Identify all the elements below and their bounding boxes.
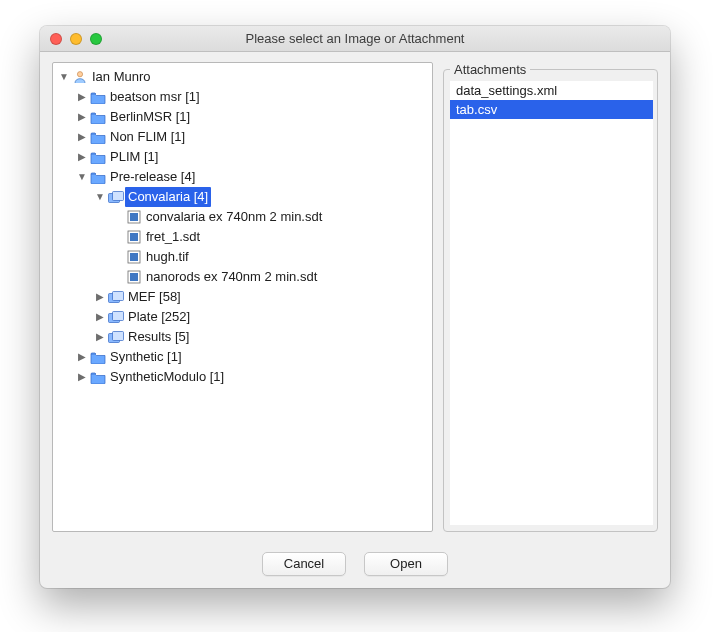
tree-label: MEF [58] — [125, 287, 184, 307]
dialog-buttons: Cancel Open — [40, 538, 670, 588]
svg-rect-8 — [130, 253, 138, 261]
tree-label: BerlinMSR [1] — [107, 107, 193, 127]
disclosure-triangle-icon[interactable]: ▶ — [75, 107, 89, 127]
tree-row-image[interactable]: ▶ hugh.tif — [53, 247, 432, 267]
tree-row-dataset[interactable]: ▶ MEF [58] — [53, 287, 432, 307]
svg-point-0 — [77, 72, 82, 77]
dataset-icon — [107, 331, 125, 344]
open-button[interactable]: Open — [364, 552, 448, 576]
svg-rect-12 — [113, 291, 124, 300]
disclosure-triangle-icon[interactable]: ▶ — [93, 307, 107, 327]
tree-label: Plate [252] — [125, 307, 193, 327]
svg-rect-10 — [130, 273, 138, 281]
tree-row-project[interactable]: ▶ SyntheticModulo [1] — [53, 367, 432, 387]
dataset-icon — [107, 191, 125, 204]
titlebar: Please select an Image or Attachment — [40, 26, 670, 52]
svg-rect-4 — [130, 213, 138, 221]
disclosure-triangle-icon[interactable]: ▶ — [75, 347, 89, 367]
image-file-icon — [125, 230, 143, 244]
window-controls — [50, 33, 102, 45]
tree-row-image[interactable]: ▶ fret_1.sdt — [53, 227, 432, 247]
tree-label: Pre-release [4] — [107, 167, 198, 187]
folder-icon — [89, 351, 107, 364]
tree-row-project[interactable]: ▶ Synthetic [1] — [53, 347, 432, 367]
zoom-icon[interactable] — [90, 33, 102, 45]
tree-label: PLIM [1] — [107, 147, 161, 167]
disclosure-triangle-icon[interactable]: ▼ — [75, 167, 89, 187]
disclosure-triangle-icon[interactable]: ▼ — [57, 67, 71, 87]
tree-row-image[interactable]: ▶ convalaria ex 740nm 2 min.sdt — [53, 207, 432, 227]
tree-row-user[interactable]: ▼ Ian Munro — [53, 67, 432, 87]
attachments-pane: Attachments data_settings.xml tab.csv — [443, 62, 658, 532]
tree-row-image[interactable]: ▶ nanorods ex 740nm 2 min.sdt — [53, 267, 432, 287]
tree-label: nanorods ex 740nm 2 min.sdt — [143, 267, 320, 287]
dialog-content: ▼ Ian Munro ▶ beatson msr [1] — [40, 52, 670, 538]
tree-row-project[interactable]: ▶ Non FLIM [1] — [53, 127, 432, 147]
minimize-icon[interactable] — [70, 33, 82, 45]
tree-root-list: ▼ Ian Munro ▶ beatson msr [1] — [53, 67, 432, 387]
svg-rect-16 — [113, 331, 124, 340]
tree-label: Results [5] — [125, 327, 192, 347]
tree-label: Synthetic [1] — [107, 347, 185, 367]
dataset-icon — [107, 311, 125, 324]
dataset-icon — [107, 291, 125, 304]
disclosure-triangle-icon[interactable]: ▶ — [75, 367, 89, 387]
folder-icon — [89, 131, 107, 144]
tree-label: Ian Munro — [89, 67, 154, 87]
folder-icon — [89, 171, 107, 184]
user-icon — [71, 70, 89, 84]
disclosure-triangle-icon[interactable]: ▼ — [93, 187, 107, 207]
tree-label: convalaria ex 740nm 2 min.sdt — [143, 207, 325, 227]
cancel-button[interactable]: Cancel — [262, 552, 346, 576]
svg-rect-14 — [113, 311, 124, 320]
attachments-list[interactable]: data_settings.xml tab.csv — [450, 81, 653, 525]
tree-label: fret_1.sdt — [143, 227, 203, 247]
close-icon[interactable] — [50, 33, 62, 45]
folder-icon — [89, 91, 107, 104]
attachment-row[interactable]: data_settings.xml — [450, 81, 653, 100]
image-file-icon — [125, 270, 143, 284]
disclosure-triangle-icon[interactable]: ▶ — [93, 327, 107, 347]
tree-label: SyntheticModulo [1] — [107, 367, 227, 387]
svg-rect-2 — [113, 191, 124, 200]
disclosure-triangle-icon[interactable]: ▶ — [75, 127, 89, 147]
window-title: Please select an Image or Attachment — [40, 31, 670, 46]
image-file-icon — [125, 210, 143, 224]
folder-icon — [89, 111, 107, 124]
folder-icon — [89, 151, 107, 164]
tree-label: Convalaria [4] — [125, 187, 211, 207]
tree-row-project[interactable]: ▶ PLIM [1] — [53, 147, 432, 167]
tree-row-project[interactable]: ▼ Pre-release [4] — [53, 167, 432, 187]
tree-row-dataset[interactable]: ▶ Plate [252] — [53, 307, 432, 327]
disclosure-triangle-icon[interactable]: ▶ — [75, 87, 89, 107]
dialog-window: Please select an Image or Attachment ▼ I… — [40, 26, 670, 588]
tree-row-project[interactable]: ▶ BerlinMSR [1] — [53, 107, 432, 127]
attachment-row[interactable]: tab.csv — [450, 100, 653, 119]
tree-label: hugh.tif — [143, 247, 192, 267]
svg-rect-6 — [130, 233, 138, 241]
attachments-legend: Attachments — [450, 62, 530, 77]
disclosure-triangle-icon[interactable]: ▶ — [93, 287, 107, 307]
tree-row-project[interactable]: ▶ beatson msr [1] — [53, 87, 432, 107]
image-file-icon — [125, 250, 143, 264]
folder-icon — [89, 371, 107, 384]
tree-row-dataset[interactable]: ▼ Convalaria [4] — [53, 187, 432, 207]
disclosure-triangle-icon[interactable]: ▶ — [75, 147, 89, 167]
tree-row-dataset[interactable]: ▶ Results [5] — [53, 327, 432, 347]
tree-label: beatson msr [1] — [107, 87, 203, 107]
tree-label: Non FLIM [1] — [107, 127, 188, 147]
tree-pane[interactable]: ▼ Ian Munro ▶ beatson msr [1] — [52, 62, 433, 532]
